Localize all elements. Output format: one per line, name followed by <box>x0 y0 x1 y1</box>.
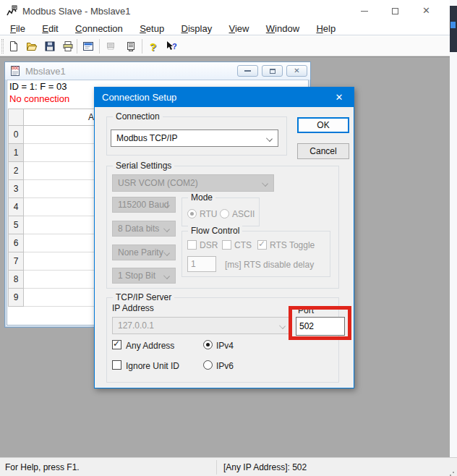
slave-id-function-text: ID = 1: F = 03 <box>9 81 67 92</box>
serial-settings-label: Serial Settings <box>113 161 174 171</box>
row-header[interactable]: 5 <box>8 216 24 234</box>
save-button[interactable] <box>41 38 58 54</box>
chevron-down-icon <box>262 180 268 187</box>
background-window-dark-header <box>450 6 457 52</box>
ignore-unit-id-label: Ignore Unit ID <box>126 361 179 371</box>
print-button[interactable] <box>59 38 76 54</box>
ascii-radio <box>220 209 229 218</box>
app-icon <box>6 5 17 17</box>
row-header[interactable]: 2 <box>8 162 24 180</box>
rts-toggle-label: RTS Toggle <box>270 240 315 250</box>
status-help-text: For Help, press F1. <box>5 462 80 472</box>
dialog-titlebar[interactable]: Connection Setup ✕ <box>95 88 354 107</box>
row-header[interactable]: 6 <box>8 234 24 252</box>
resize-grip[interactable] <box>453 472 454 473</box>
ipv6-radio[interactable] <box>203 360 213 370</box>
connection-type-combobox[interactable]: Modbus TCP/IP <box>111 129 278 147</box>
menu-connection[interactable]: Connection <box>68 22 130 35</box>
display-setup-button[interactable] <box>80 38 96 54</box>
any-address-label: Any Address <box>126 341 174 351</box>
status-connection-text: [Any IP Address]: 502 <box>223 462 307 472</box>
ipv6-label: IPv6 <box>216 361 234 371</box>
menu-display[interactable]: Display <box>174 22 220 35</box>
context-help-button[interactable]: ? <box>163 38 179 54</box>
chevron-down-icon <box>279 323 286 329</box>
save-floppy-icon <box>44 41 56 52</box>
dialog-close-button[interactable]: ✕ <box>325 88 354 107</box>
row-header[interactable]: 0 <box>8 126 24 144</box>
child-titlebar[interactable]: DOC Mbslave1 ✕ <box>5 62 310 80</box>
cts-checkbox <box>222 240 231 250</box>
mode-group-label: Mode <box>188 192 215 203</box>
disconnect-button <box>102 38 119 54</box>
maximize-button[interactable] <box>380 0 411 22</box>
port-input[interactable] <box>296 317 345 336</box>
ipv4-label: IPv4 <box>216 341 234 351</box>
rtu-radio <box>187 209 197 218</box>
menu-file[interactable]: File <box>3 22 33 35</box>
chevron-down-icon <box>163 250 170 256</box>
ignore-unit-id-checkbox[interactable] <box>112 360 121 370</box>
ascii-label: ASCII <box>232 209 255 219</box>
restore-icon <box>270 69 276 74</box>
menu-setup[interactable]: Setup <box>132 22 171 35</box>
dialog-title: Connection Setup <box>102 92 176 103</box>
port-label: Port <box>298 305 314 315</box>
parity-value: None Parity <box>118 247 163 258</box>
background-app-icon <box>450 22 456 28</box>
close-icon: ✕ <box>422 5 430 16</box>
child-restore-button[interactable] <box>262 65 283 77</box>
tcp-server-label: TCP/IP Server <box>113 292 174 302</box>
rts-delay-input <box>187 256 216 272</box>
menu-edit[interactable]: Edit <box>35 22 65 35</box>
maximize-icon <box>392 8 398 14</box>
parity-combobox: None Parity <box>112 245 176 260</box>
close-button[interactable]: ✕ <box>411 0 442 22</box>
chevron-down-icon <box>163 273 170 279</box>
connection-group-label: Connection <box>113 111 163 122</box>
menu-view[interactable]: View <box>222 22 257 35</box>
traffic-disabled-icon <box>105 41 116 52</box>
svg-text:DOC: DOC <box>12 67 20 70</box>
ok-button[interactable]: OK <box>297 117 349 133</box>
serial-port-value: USR VCOM (COM2) <box>118 178 198 188</box>
serial-port-combobox: USR VCOM (COM2) <box>112 174 274 192</box>
toolbar-separator <box>99 39 100 54</box>
row-header[interactable]: 7 <box>8 252 24 271</box>
new-document-icon <box>8 41 20 52</box>
chevron-down-icon <box>266 135 273 142</box>
minimize-button[interactable] <box>349 0 380 22</box>
row-header[interactable]: 9 <box>8 289 24 307</box>
background-window-strip <box>450 0 457 457</box>
menu-help[interactable]: Help <box>309 22 343 35</box>
minimize-icon <box>244 70 251 72</box>
row-header[interactable]: 3 <box>8 180 24 198</box>
new-file-button[interactable] <box>5 38 22 54</box>
connection-status-text: No connection <box>9 93 69 104</box>
connection-type-value: Modbus TCP/IP <box>116 133 177 143</box>
data-bits-value: 8 Data bits <box>118 224 159 234</box>
row-header[interactable]: 1 <box>8 144 24 162</box>
grid-corner-cell[interactable] <box>8 109 24 126</box>
flow-control-label: Flow Control <box>188 226 242 236</box>
data-bits-combobox: 8 Data bits <box>112 221 176 237</box>
child-minimize-button[interactable] <box>237 65 258 77</box>
open-file-button[interactable] <box>23 38 40 54</box>
connect-button[interactable] <box>122 38 139 54</box>
toolbar: ? ? <box>0 36 452 56</box>
row-header[interactable]: 4 <box>8 198 24 216</box>
connection-setup-dialog: Connection Setup ✕ Connection Modbus TCP… <box>94 87 354 388</box>
help-button[interactable]: ? <box>145 38 161 54</box>
ipv4-radio[interactable] <box>203 340 213 349</box>
any-address-checkbox[interactable] <box>112 340 121 349</box>
menu-bar: File Edit Connection Setup Display View … <box>0 22 452 35</box>
ip-address-value: 127.0.0.1 <box>118 320 154 331</box>
cancel-button[interactable]: Cancel <box>297 143 349 159</box>
status-divider <box>216 460 217 475</box>
child-close-button[interactable]: ✕ <box>286 65 307 77</box>
stop-bits-value: 1 Stop Bit <box>118 271 155 281</box>
menu-window[interactable]: Window <box>259 22 307 35</box>
status-bar: For Help, press F1. [Any IP Address]: 50… <box>0 457 457 476</box>
dsr-checkbox <box>187 240 197 250</box>
row-header[interactable]: 8 <box>8 271 24 289</box>
